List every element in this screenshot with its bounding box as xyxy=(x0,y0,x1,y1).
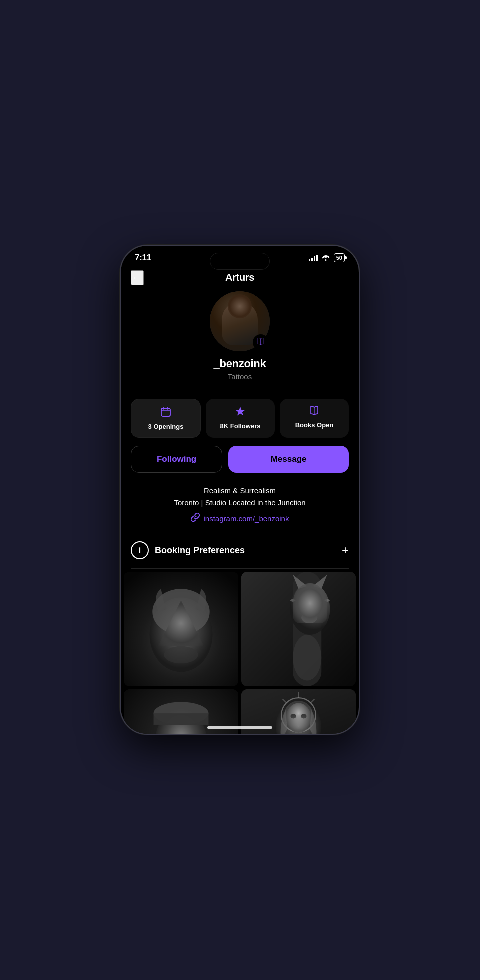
svg-point-37 xyxy=(301,714,306,718)
svg-rect-27 xyxy=(154,714,209,725)
booking-label: Booking Preferences xyxy=(155,546,336,556)
star-icon xyxy=(235,406,246,420)
svg-point-35 xyxy=(286,703,311,733)
stat-books-label: Books Open xyxy=(296,422,334,429)
profile-username: _benzoink xyxy=(214,358,266,370)
stats-row: 3 Openings 8K Followers xyxy=(121,391,359,446)
bio-link-row: instagram.com/_benzoink xyxy=(131,513,349,524)
info-icon: i xyxy=(131,542,149,560)
status-icons: 50 xyxy=(309,254,345,262)
dynamic-island xyxy=(210,253,270,270)
svg-point-11 xyxy=(182,628,195,636)
avatar-container xyxy=(210,292,270,352)
link-icon xyxy=(191,513,200,524)
svg-point-18 xyxy=(300,602,308,611)
calendar-icon xyxy=(160,406,172,420)
books-open-icon xyxy=(309,406,320,418)
battery-icon: 50 xyxy=(334,254,345,262)
bio-line-1: Realism & Surrealism xyxy=(131,485,349,497)
svg-rect-1 xyxy=(162,408,170,416)
stat-followers-label: 8K Followers xyxy=(220,422,261,430)
svg-point-19 xyxy=(312,602,320,611)
svg-point-21 xyxy=(315,604,318,608)
svg-point-17 xyxy=(290,584,330,635)
screen: 7:11 50 xyxy=(121,246,359,734)
avatar-badge xyxy=(253,334,269,350)
svg-point-34 xyxy=(284,701,313,730)
home-indicator xyxy=(208,726,272,729)
gallery-item-2[interactable] xyxy=(242,572,356,686)
status-time: 7:11 xyxy=(135,253,152,263)
gallery-grid xyxy=(121,572,359,734)
svg-point-23 xyxy=(293,635,322,681)
instagram-link[interactable]: instagram.com/_benzoink xyxy=(204,514,290,523)
bio-section: Realism & Surrealism Toronto | Studio Lo… xyxy=(121,483,359,532)
svg-point-20 xyxy=(302,604,306,608)
svg-rect-12 xyxy=(179,624,184,644)
stat-openings-label: 3 Openings xyxy=(148,423,184,430)
bio-line-2: Toronto | Studio Located in the Junction xyxy=(131,497,349,509)
book-icon xyxy=(257,338,265,347)
phone-frame: 7:11 50 xyxy=(120,245,360,735)
stat-openings[interactable]: 3 Openings xyxy=(131,399,201,438)
content-scroll[interactable]: ← Arturs xyxy=(121,267,359,734)
stat-followers[interactable]: 8K Followers xyxy=(206,399,275,438)
stat-books[interactable]: Books Open xyxy=(280,399,349,438)
header: ← Arturs xyxy=(121,267,359,292)
action-buttons: Following Message xyxy=(121,446,359,483)
svg-marker-5 xyxy=(236,407,246,416)
wifi-icon xyxy=(322,254,330,262)
svg-point-10 xyxy=(168,628,181,636)
message-button[interactable]: Message xyxy=(228,446,349,473)
svg-point-22 xyxy=(302,612,318,624)
svg-point-36 xyxy=(290,714,296,718)
profile-category: Tattoos xyxy=(228,372,252,381)
booking-section[interactable]: i Booking Preferences + xyxy=(121,532,359,568)
svg-point-13 xyxy=(164,646,198,664)
signal-icon xyxy=(309,254,318,262)
back-button[interactable]: ← xyxy=(131,270,144,286)
profile-section: _benzoink Tattoos xyxy=(121,292,359,391)
plus-button[interactable]: + xyxy=(342,544,349,558)
page-title: Arturs xyxy=(226,272,254,284)
divider-2 xyxy=(131,568,349,569)
following-button[interactable]: Following xyxy=(131,446,222,473)
gallery-item-1[interactable] xyxy=(124,572,238,686)
